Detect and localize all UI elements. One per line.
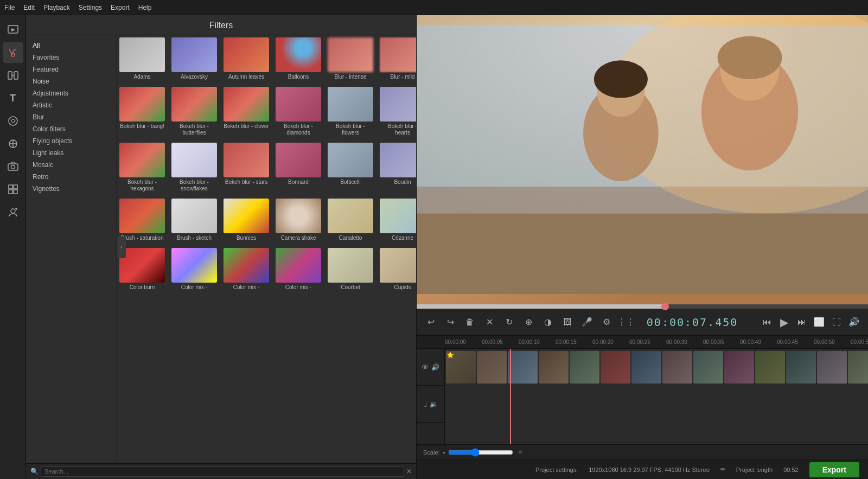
clip-9[interactable] (693, 351, 723, 384)
volume-button[interactable]: 🔊 (846, 315, 861, 330)
filter-bokeh-flowers[interactable]: Bokeh blur - flowers (326, 85, 375, 138)
tool-addtrack[interactable] (3, 202, 23, 222)
rotate-transport-button[interactable]: ↻ (501, 315, 516, 330)
filter-cupids[interactable]: Cupids (378, 246, 416, 293)
mic-transport-button[interactable]: 🎤 (579, 315, 595, 330)
fullscreen-button[interactable]: ⛶ (829, 315, 844, 330)
menu-playback[interactable]: Playback (43, 4, 70, 11)
filter-bunnies[interactable]: Bunnies (221, 196, 271, 244)
filter-bokeh-stars[interactable]: Bokeh blur - stars (221, 140, 271, 194)
tick-3: 00:00:15 (556, 339, 592, 345)
cat-noise[interactable]: Noise (26, 75, 117, 87)
cat-mosaic[interactable]: Mosaic (26, 159, 117, 171)
clip-7[interactable] (631, 351, 661, 384)
tool-camera[interactable] (3, 156, 23, 177)
clip-14[interactable] (848, 351, 868, 384)
cat-vignettes[interactable]: Vignettes (26, 183, 117, 195)
tool-filters[interactable] (3, 42, 23, 63)
clip-2[interactable] (477, 351, 507, 384)
filter-bokeh-butterflies[interactable]: Bokeh blur - butterflies (169, 85, 219, 138)
filter-courbet[interactable]: Courbet (326, 246, 375, 293)
menu-file[interactable]: File (4, 4, 15, 11)
export-button[interactable]: Export (809, 462, 859, 477)
eye-icon[interactable]: 👁 (422, 363, 429, 372)
search-input[interactable] (41, 466, 404, 477)
cat-light-leaks[interactable]: Light leaks (26, 147, 117, 159)
tool-import[interactable] (3, 20, 23, 40)
clip-6[interactable] (601, 351, 630, 384)
filter-bokeh-hearts[interactable]: Bokeh blur - hearts (378, 85, 416, 138)
tool-transitions[interactable] (3, 65, 23, 86)
filter-blur-intense[interactable]: Blur - intense (326, 35, 375, 82)
filter-bokeh-hexagons[interactable]: Bokeh blur - hexagons (117, 140, 167, 194)
filter-bokeh-clover[interactable]: Bokeh blur - clover (221, 85, 271, 138)
fullscreen-export-button[interactable]: ⬜ (812, 315, 827, 330)
clip-11[interactable] (755, 351, 785, 384)
filter-color-mix-2[interactable]: Color mix - (221, 246, 271, 293)
cat-color-filters[interactable]: Color filters (26, 123, 117, 135)
cat-retro[interactable]: Retro (26, 171, 117, 183)
collapse-panel-button[interactable]: ‹ (117, 237, 126, 258)
brightness-transport-button[interactable]: ◑ (540, 315, 556, 330)
filter-cezanne[interactable]: Cézanne (378, 196, 416, 244)
filter-blur-mild[interactable]: Blur - mild (378, 35, 416, 82)
play-button[interactable]: ▶ (777, 315, 792, 330)
more-transport-button[interactable]: ⋮⋮ (618, 315, 634, 330)
video-track[interactable]: ⭐ (445, 349, 868, 444)
scale-slider[interactable] (448, 448, 513, 457)
tool-grid[interactable] (3, 179, 23, 200)
clip-3[interactable] (508, 351, 538, 384)
close-search-icon[interactable]: ✕ (406, 468, 412, 475)
filter-canaletto[interactable]: Canaletto (326, 196, 375, 244)
menu-settings[interactable]: Settings (79, 4, 102, 11)
cat-featured[interactable]: Featured (26, 63, 117, 75)
clip-4[interactable] (539, 351, 569, 384)
clip-8[interactable] (662, 351, 692, 384)
cat-adjustments[interactable]: Adjustments (26, 87, 117, 99)
filter-brush-sketch[interactable]: Brush - sketch (169, 196, 219, 244)
clip-12[interactable] (786, 351, 816, 384)
cat-all[interactable]: All (26, 40, 117, 52)
undo-transport-button[interactable]: ↩ (423, 315, 438, 330)
tool-overlay[interactable] (3, 133, 23, 154)
filter-adams[interactable]: Adams (117, 35, 167, 82)
speaker-icon[interactable]: 🔊 (431, 363, 439, 371)
filter-aivazovsky[interactable]: Aivazovsky (169, 35, 219, 82)
filter-bonnard[interactable]: Bonnard (273, 140, 323, 194)
filter-bokeh-snowflakes[interactable]: Bokeh blur - snowflakes (169, 140, 219, 194)
cat-favorites[interactable]: Favorites (26, 52, 117, 63)
clip-1[interactable]: ⭐ (446, 351, 476, 384)
cat-artistic[interactable]: Artistic (26, 99, 117, 111)
edit-settings-icon[interactable]: ✏ (720, 466, 725, 473)
redo-transport-button[interactable]: ↪ (443, 315, 458, 330)
filter-botticelli[interactable]: Botticelli (326, 140, 375, 194)
audio-speaker-icon[interactable]: 🔉 (430, 400, 438, 408)
cat-flying-objects[interactable]: Flying objects (26, 135, 117, 147)
clip-10[interactable] (724, 351, 754, 384)
delete-transport-button[interactable]: 🗑 (462, 315, 477, 330)
filter-color-mix-1[interactable]: Color mix - (169, 246, 219, 293)
filter-boudin[interactable]: Boudin (378, 140, 416, 194)
progress-knob[interactable] (661, 303, 669, 310)
filter-bokeh-diamonds[interactable]: Bokeh blur - diamonds (273, 85, 323, 138)
filter-bokeh-bang[interactable]: Bokeh blur - bang! (117, 85, 167, 138)
cut-transport-button[interactable]: ✕ (482, 315, 497, 330)
tool-effects[interactable] (3, 111, 23, 131)
tool-text[interactable]: T (3, 88, 23, 108)
gear-transport-button[interactable]: ⚙ (599, 315, 614, 330)
filter-color-mix-3[interactable]: Color mix - (273, 246, 323, 293)
clip-13[interactable] (817, 351, 847, 384)
menu-export[interactable]: Export (111, 4, 130, 11)
filter-autumn-leaves[interactable]: Autumn leaves (221, 35, 271, 82)
filter-balloons[interactable]: Balloons (273, 35, 323, 82)
cat-blur[interactable]: Blur (26, 111, 117, 123)
clip-5[interactable] (570, 351, 599, 384)
progress-bar[interactable] (417, 304, 868, 309)
split-transport-button[interactable]: ⊕ (521, 315, 536, 330)
skip-forward-button[interactable]: ⏭ (794, 315, 809, 330)
menu-edit[interactable]: Edit (23, 4, 35, 11)
image-transport-button[interactable]: 🖼 (560, 315, 575, 330)
skip-back-button[interactable]: ⏮ (760, 315, 775, 330)
menu-help[interactable]: Help (138, 4, 152, 11)
filter-camera-shake[interactable]: Camera shake (273, 196, 323, 244)
